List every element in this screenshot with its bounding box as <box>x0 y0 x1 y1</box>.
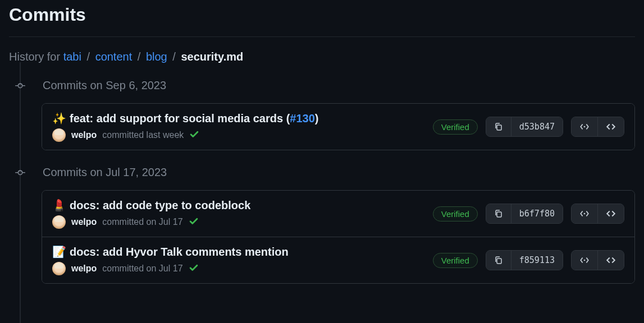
commit-emoji: 📝 <box>52 246 66 258</box>
browse-code-button[interactable] <box>598 204 624 223</box>
commit-time: committed on Jul 17 <box>102 217 182 227</box>
sha-link[interactable]: f859113 <box>511 251 563 270</box>
sha-button-group: b6f7f80 <box>486 204 563 224</box>
sha-link[interactable]: b6f7f80 <box>511 204 563 223</box>
sha-button-group: d53b847 <box>486 117 563 137</box>
breadcrumb-link-blog[interactable]: blog <box>146 50 167 63</box>
breadcrumb-sep: / <box>85 50 93 63</box>
actions-button-group <box>571 204 624 224</box>
author-link[interactable]: welpo <box>71 217 97 227</box>
commit-list: ✨feat: add support for social media card… <box>42 103 635 150</box>
page-title: Commits <box>9 0 635 37</box>
commit-timeline: Commits on Sep 6, 2023 ✨feat: add suppor… <box>9 79 635 284</box>
svg-rect-0 <box>497 125 501 130</box>
verified-badge[interactable]: Verified <box>433 253 478 268</box>
commit-title-text: docs: add code type to codeblock <box>70 199 250 211</box>
commit-marker-icon <box>9 168 31 178</box>
breadcrumb-sep: / <box>170 50 178 63</box>
browse-code-button[interactable] <box>598 117 624 136</box>
breadcrumb: History for tabi / content / blog / secu… <box>9 37 635 79</box>
commit-group-title: Commits on Sep 6, 2023 <box>43 79 166 92</box>
commit-row: 📝docs: add Hyvor Talk comments mention w… <box>42 237 634 283</box>
check-icon[interactable] <box>189 262 199 275</box>
commit-list: 💄docs: add code type to codeblock welpo … <box>42 190 635 284</box>
commit-time: committed on Jul 17 <box>102 264 182 274</box>
commit-title[interactable]: 📝docs: add Hyvor Talk comments mention <box>52 245 433 259</box>
commit-title-text: feat: add support for social media cards… <box>70 112 290 124</box>
commit-emoji: ✨ <box>52 112 66 124</box>
verified-badge[interactable]: Verified <box>433 119 478 135</box>
avatar[interactable] <box>52 215 66 229</box>
svg-rect-4 <box>497 259 501 264</box>
sha-button-group: f859113 <box>486 250 563 270</box>
commit-row: 💄docs: add code type to codeblock welpo … <box>42 191 634 237</box>
svg-point-3 <box>584 213 586 215</box>
actions-button-group <box>571 117 624 137</box>
copy-sha-button[interactable] <box>486 117 511 136</box>
svg-point-5 <box>584 260 586 261</box>
commit-group-title: Commits on Jul 17, 2023 <box>43 166 167 179</box>
commit-group-header: Commits on Jul 17, 2023 <box>9 166 635 179</box>
verified-badge[interactable]: Verified <box>433 206 478 222</box>
commit-emoji: 💄 <box>52 199 66 211</box>
view-at-button[interactable] <box>572 251 598 270</box>
breadcrumb-prefix: History for <box>9 50 60 63</box>
sha-link[interactable]: d53b847 <box>511 117 563 136</box>
copy-sha-button[interactable] <box>486 204 511 223</box>
check-icon[interactable] <box>189 129 199 141</box>
avatar[interactable] <box>52 262 66 275</box>
avatar[interactable] <box>52 128 66 142</box>
breadcrumb-sep: / <box>135 50 143 63</box>
svg-point-1 <box>584 126 586 128</box>
breadcrumb-link-content[interactable]: content <box>95 50 133 63</box>
commit-row: ✨feat: add support for social media card… <box>42 104 634 150</box>
commit-title[interactable]: 💄docs: add code type to codeblock <box>52 199 433 212</box>
breadcrumb-current: security.md <box>181 50 243 63</box>
browse-code-button[interactable] <box>598 251 624 270</box>
commit-group-header: Commits on Sep 6, 2023 <box>9 79 635 92</box>
commit-title[interactable]: ✨feat: add support for social media card… <box>52 112 433 125</box>
author-link[interactable]: welpo <box>71 130 97 140</box>
copy-sha-button[interactable] <box>486 251 511 270</box>
author-link[interactable]: welpo <box>71 264 97 274</box>
pr-link[interactable]: #130 <box>290 112 315 124</box>
breadcrumb-link-tabi[interactable]: tabi <box>63 50 81 63</box>
actions-button-group <box>571 250 624 270</box>
commit-title-suffix: ) <box>315 112 319 124</box>
svg-rect-2 <box>497 212 501 217</box>
commit-time: committed last week <box>102 130 184 140</box>
view-at-button[interactable] <box>572 204 598 223</box>
commit-title-text: docs: add Hyvor Talk comments mention <box>70 246 289 258</box>
check-icon[interactable] <box>189 216 199 228</box>
commit-marker-icon <box>9 81 31 91</box>
view-at-button[interactable] <box>572 117 598 136</box>
